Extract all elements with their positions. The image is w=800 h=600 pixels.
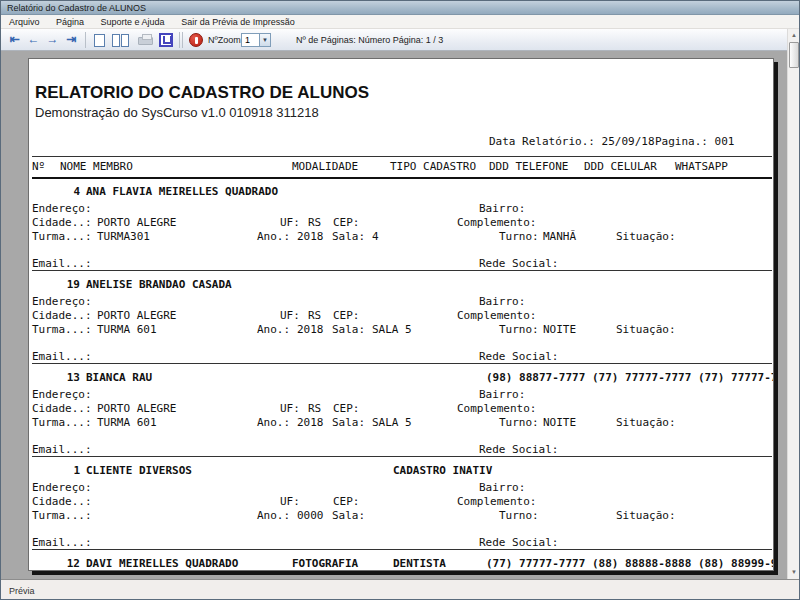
scroll-up-icon[interactable]: ▲ — [788, 29, 800, 42]
student-name: BIANCA RAU — [86, 371, 152, 384]
zoom-select[interactable]: 1 ▼ — [241, 33, 271, 47]
divider — [32, 177, 772, 179]
status-bar: Prévia — [1, 579, 800, 600]
student-name: ANELISE BRANDAO CASADA — [86, 278, 232, 291]
single-page-view-icon[interactable] — [94, 34, 105, 47]
student-name: ANA FLAVIA MEIRELLES QUADRADO — [86, 185, 278, 198]
col-header-nome: NOME MEMBRO — [60, 160, 133, 173]
record-row: 13 BIANCA RAU (98) 88877-7777 (77) 77777… — [29, 371, 774, 464]
pages-info-label: Nº de Páginas: Número Página: 1 / 3 — [296, 35, 443, 45]
student-name: DAVI MEIRELLES QUADRADO — [86, 557, 238, 570]
status-text: Prévia — [9, 586, 35, 596]
col-header-num: Nº — [32, 160, 45, 173]
toolbar-separator — [85, 32, 86, 48]
modalidade-value: FOTOGRAFIA — [292, 557, 358, 570]
col-header-tipo: TIPO CADASTRO — [390, 160, 476, 173]
zoom-label: NºZoom — [208, 35, 241, 45]
toolbar: ⇤ ← → ⇥ NºZoom 1 ▼ Nº de Páginas: Número… — [1, 29, 800, 51]
menu-pagina[interactable]: Página — [50, 15, 90, 29]
col-header-whatsapp: WHATSAPP — [675, 160, 728, 173]
record-row: 1 CLIENTE DIVERSOS CADASTRO INATIV Ender… — [29, 464, 774, 557]
scrollbar-thumb[interactable] — [789, 42, 799, 68]
menu-bar: Arquivo Página Suporte e Ajuda Sair da P… — [1, 15, 800, 29]
scroll-down-icon[interactable]: ▼ — [788, 566, 800, 579]
divider — [32, 156, 772, 157]
app-window: Relatório do Cadastro de ALUNOS Arquivo … — [0, 0, 800, 600]
menu-sair-previa[interactable]: Sair da Prévia de Impressão — [175, 15, 301, 29]
vertical-scrollbar[interactable]: ▲ ▼ — [787, 29, 799, 579]
two-page-view-icon-2[interactable] — [121, 34, 129, 47]
student-name: CLIENTE DIVERSOS — [86, 464, 192, 477]
report-title: RELATORIO DO CADASTRO DE ALUNOS — [35, 83, 369, 103]
toolbar-separator — [179, 32, 180, 48]
menu-suporte-ajuda[interactable]: Suporte e Ajuda — [95, 15, 171, 29]
tipo-cadastro-value: CADASTRO INATIV — [393, 464, 492, 477]
col-header-telefone: DDD TELEFONE — [489, 160, 568, 173]
record-row: 12 DAVI MEIRELLES QUADRADO FOTOGRAFIA DE… — [29, 557, 774, 571]
col-header-modalidade: MODALIDADE — [292, 160, 358, 173]
menu-arquivo[interactable]: Arquivo — [3, 15, 46, 29]
col-header-celular: DDD CELULAR — [584, 160, 657, 173]
print-setup-icon[interactable] — [159, 33, 173, 47]
record-row: 19 ANELISE BRANDAO CASADA Endereço: Bair… — [29, 278, 774, 371]
prev-page-icon[interactable]: ← — [25, 32, 42, 48]
zoom-value: 1 — [245, 35, 250, 45]
preview-area: RELATORIO DO CADASTRO DE ALUNOS Demonstr… — [1, 51, 800, 579]
record-row: 4 ANA FLAVIA MEIRELLES QUADRADO Endereço… — [29, 185, 774, 278]
print-icon[interactable] — [138, 37, 153, 45]
tipo-cadastro-value: DENTISTA — [393, 557, 446, 570]
next-page-icon[interactable]: → — [44, 32, 61, 48]
window-title: Relatório do Cadastro de ALUNOS — [7, 3, 146, 13]
report-page: RELATORIO DO CADASTRO DE ALUNOS Demonstr… — [28, 58, 774, 571]
two-page-view-icon[interactable] — [112, 34, 120, 47]
last-page-icon[interactable]: ⇥ — [63, 32, 80, 48]
report-date: Data Relatório.: 25/09/18 — [489, 135, 655, 148]
first-page-icon[interactable]: ⇤ — [6, 32, 23, 48]
chevron-down-icon[interactable]: ▼ — [259, 34, 270, 46]
exit-preview-icon[interactable] — [189, 33, 203, 47]
toolbar-separator — [182, 32, 183, 48]
report-page-number: Pagina.: 001 — [655, 135, 734, 148]
window-title-bar[interactable]: Relatório do Cadastro de ALUNOS — [1, 1, 800, 15]
report-subtitle: Demonstração do SysCurso v1.0 010918 311… — [35, 105, 319, 120]
